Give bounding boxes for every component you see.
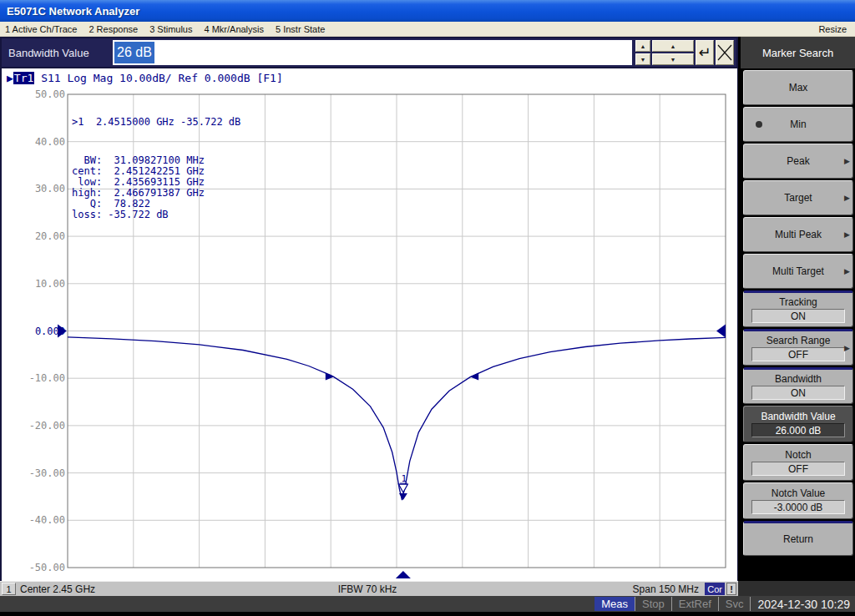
main-area: 1 ▶Tr1 S11 Log Mag 10.00dB/ Ref 0.000dB … [0,68,855,581]
y-tick-label: -10.00 [2,372,65,384]
y-tick-label: 0.000 [2,326,65,337]
bandwidth-right-marker-icon [470,373,478,381]
softkey-tracking[interactable]: TrackingON [743,290,853,327]
marker-readout-line: loss: -35.722 dB [72,210,240,220]
arrow-down-icon: ▼ [640,57,646,63]
submenu-arrow-icon: ▶ [844,157,850,165]
entry-row: Bandwidth Value 26 dB ▲ ▼ ▲ ▼ ↵ M [0,37,855,68]
softkey-label: Peak [787,155,809,167]
softkey-max[interactable]: Max [743,70,853,105]
softkey-label: Multi Target [772,265,824,277]
y-tick-label: 50.00 [2,88,65,100]
bandwidth-left-marker-icon [326,373,334,381]
instrument-status-bar: MeasStopExtRefSvc2024-12-30 10:29 [0,596,855,612]
spinner-cluster: ▲ ▼ ▲ ▼ ↵ [635,40,734,65]
marker-1-label: 1 [402,473,407,484]
datetime-label: 2024-12-30 10:29 [750,597,855,611]
correction-badge: Cor [705,583,725,595]
channel-status-bar: 1 Center 2.45 GHz IFBW 70 kHz Span 150 M… [0,581,738,596]
instrument-status-meas: Meas [594,597,635,611]
bottom-strip [0,612,855,616]
resize-button[interactable]: Resize [818,24,847,34]
softkey-min[interactable]: Min [743,107,853,142]
sweep-range-label: Center 2.45 GHz [20,583,95,595]
entry-label: Bandwidth Value [2,47,113,59]
menu-item[interactable]: 5 Instr State [276,24,325,34]
spin-down-large-button[interactable]: ▼ [652,53,694,65]
softkey-label: Min [790,119,806,130]
softkey-notch-value[interactable]: Notch Value-3.0000 dB [743,482,853,519]
submenu-arrow-icon: ▶ [844,230,850,239]
softkey-return[interactable]: Return [743,521,853,556]
menu-item[interactable]: 2 Response [89,24,138,34]
softkey-target[interactable]: Target▶ [743,180,853,215]
y-tick-label: 30.00 [2,183,65,194]
y-tick-label: 20.00 [2,230,65,242]
softkey-label: Return [783,533,813,545]
softkey-value: OFF [751,347,845,361]
y-tick-label: 10.00 [2,278,65,290]
marker-readout-lines: BW: 31.09827100 MHzcent: 2.451242251 GHz… [72,155,240,220]
marker-readout-line1: >1 2.4515000 GHz -35.722 dB [72,117,240,128]
softkey-label: Bandwidth Value [761,411,835,422]
submenu-arrow-icon: ▶ [844,344,850,352]
window-title: E5071C Network Analyzer [7,5,139,18]
softkey-value: 26.000 dB [751,423,845,437]
entry-field[interactable]: 26 dB [113,40,632,65]
softkey-peak[interactable]: Peak▶ [743,144,853,179]
enter-icon: ↵ [698,43,711,62]
spin-down-small-button[interactable]: ▼ [635,53,650,65]
submenu-arrow-icon: ▶ [844,267,850,275]
softkey-value: -3.0000 dB [751,500,845,514]
entry-bar: Bandwidth Value 26 dB ▲ ▼ ▲ ▼ ↵ [0,37,738,68]
y-tick-label: -40.00 [2,514,65,526]
spin-up-small-button[interactable]: ▲ [635,40,650,52]
softkey-menu-title: Marker Search [741,37,855,68]
softkey-label: Multi Peak [775,229,822,240]
softkey-label: Search Range [766,335,831,346]
y-tick-label: -20.00 [2,420,65,432]
softkey-search-range[interactable]: Search RangeOFF▶ [743,329,853,366]
arrow-down-icon: ▼ [670,57,676,63]
softkey-notch[interactable]: NotchOFF [743,444,853,481]
softkey-bandwidth-value[interactable]: Bandwidth Value26.000 dB [743,406,853,442]
arrow-up-icon: ▲ [670,43,676,49]
marker-1-tip-icon [399,493,407,500]
entry-value-selected[interactable]: 26 dB [114,42,154,63]
alert-badge: ! [726,583,736,595]
y-tick-label: 40.00 [2,136,65,148]
y-tick-label: -30.00 [2,467,65,479]
softkey-sidebar: MaxMinPeak▶Target▶Multi Peak▶Multi Targe… [738,68,855,581]
softkey-label: Notch [785,449,811,461]
menu-items: 1 Active Ch/Trace2 Response3 Stimulus4 M… [5,24,336,34]
menu-item[interactable]: 3 Stimulus [149,24,192,34]
softkey-label: Notch Value [772,487,825,499]
softkey-label: Bandwidth [775,373,822,385]
y-axis-labels: 50.0040.0030.0020.0010.000.000-10.00-20.… [2,68,65,581]
stimulus-marker-icon [396,571,411,578]
close-icon [717,43,732,62]
softkey-multi-target[interactable]: Multi Target▶ [743,254,853,289]
softkey-multi-peak[interactable]: Multi Peak▶ [743,217,853,252]
instrument-status-stop: Stop [635,597,671,611]
span-label: Span 150 MHz [633,583,699,595]
menu-item[interactable]: 1 Active Ch/Trace [5,24,77,34]
status-row: 1 Center 2.45 GHz IFBW 70 kHz Span 150 M… [0,581,855,596]
ifbw-label: IFBW 70 kHz [338,583,397,595]
arrow-up-icon: ▲ [640,43,646,49]
softkey-value: ON [751,386,845,400]
softkey-value: OFF [751,462,845,476]
entry-close-button[interactable] [716,40,734,65]
chart-panel: 1 ▶Tr1 S11 Log Mag 10.00dB/ Ref 0.000dB … [0,68,738,581]
y-tick-label: -50.00 [2,562,65,573]
softkey-bandwidth[interactable]: BandwidthON [743,367,853,404]
spin-up-large-button[interactable]: ▲ [652,40,694,52]
instrument-status-extref: ExtRef [671,597,718,611]
softkey-label: Target [784,192,812,204]
entry-enter-button[interactable]: ↵ [696,40,714,65]
trace-format-text: S11 Log Mag 10.00dB/ Ref 0.000dB [F1] [34,72,282,84]
submenu-arrow-icon: ▶ [844,194,850,202]
menu-item[interactable]: 4 Mkr/Analysis [204,24,264,34]
menu-bar: 1 Active Ch/Trace2 Response3 Stimulus4 M… [0,22,855,37]
softkey-label: Tracking [779,296,817,308]
